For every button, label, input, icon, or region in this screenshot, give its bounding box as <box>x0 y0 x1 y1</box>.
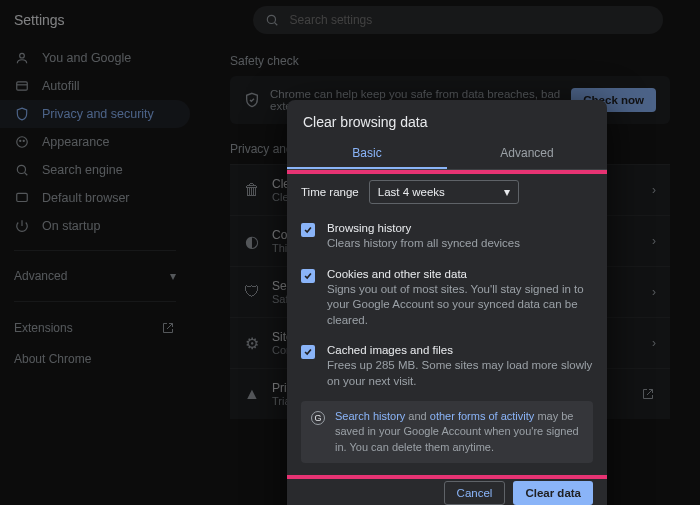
external-link-icon <box>160 320 176 336</box>
option-title: Cookies and other site data <box>327 268 593 280</box>
sidebar-item-appearance[interactable]: Appearance <box>0 128 190 156</box>
browser-icon <box>14 190 30 206</box>
chevron-down-icon: ▾ <box>170 269 176 283</box>
svg-line-1 <box>275 23 278 26</box>
search-history-link[interactable]: Search history <box>335 410 405 422</box>
option-desc: Frees up 285 MB. Some sites may load mor… <box>327 358 593 389</box>
other-activity-link[interactable]: other forms of activity <box>430 410 535 422</box>
shield-icon <box>14 106 30 122</box>
svg-line-9 <box>25 173 28 176</box>
sidebar-item-label: You and Google <box>42 51 131 65</box>
chevron-down-icon: ▾ <box>504 185 510 199</box>
sandbox-icon: ▲ <box>244 386 260 402</box>
sidebar-item-search-engine[interactable]: Search engine <box>0 156 190 184</box>
chevron-right-icon: › <box>652 234 656 248</box>
power-icon <box>14 218 30 234</box>
search-icon <box>265 12 280 28</box>
cookie-icon: ◐ <box>244 233 260 249</box>
sidebar-extensions[interactable]: Extensions <box>0 312 190 344</box>
dialog-title: Clear browsing data <box>287 100 607 138</box>
sidebar-item-you-and-google[interactable]: You and Google <box>0 44 190 72</box>
search-bar[interactable] <box>253 6 663 34</box>
sidebar-advanced[interactable]: Advanced▾ <box>0 261 190 291</box>
chevron-right-icon: › <box>652 336 656 350</box>
sidebar-item-label: Privacy and security <box>42 107 154 121</box>
sidebar-item-label: Appearance <box>42 135 109 149</box>
time-range-label: Time range <box>301 186 359 198</box>
time-range-select[interactable]: Last 4 weeks ▾ <box>369 180 519 204</box>
sidebar-item-label: Default browser <box>42 191 130 205</box>
trash-icon: 🗑 <box>244 182 260 198</box>
checkbox-browsing-history[interactable] <box>301 223 315 237</box>
time-range-value: Last 4 weeks <box>378 186 445 198</box>
svg-point-5 <box>17 137 28 148</box>
option-title: Cached images and files <box>327 344 593 356</box>
sidebar-item-label: Search engine <box>42 163 123 177</box>
safety-check-heading: Safety check <box>230 54 670 68</box>
clear-data-button[interactable]: Clear data <box>513 481 593 505</box>
option-title: Browsing history <box>327 222 520 234</box>
sidebar-item-label: Autofill <box>42 79 80 93</box>
page-title: Settings <box>14 12 65 28</box>
sidebar-item-autofill[interactable]: Autofill <box>0 72 190 100</box>
shield-check-icon <box>244 92 260 108</box>
option-desc: Clears history from all synced devices <box>327 236 520 252</box>
sidebar-item-label: On startup <box>42 219 100 233</box>
svg-rect-3 <box>17 82 28 90</box>
checkbox-cached[interactable] <box>301 345 315 359</box>
sidebar-about[interactable]: About Chrome <box>0 344 190 374</box>
checkbox-cookies[interactable] <box>301 269 315 283</box>
autofill-icon <box>14 78 30 94</box>
google-icon: G <box>311 411 325 425</box>
svg-rect-10 <box>17 193 28 201</box>
chevron-right-icon: › <box>652 183 656 197</box>
search-icon <box>14 162 30 178</box>
chevron-right-icon: › <box>652 285 656 299</box>
tune-icon: ⚙ <box>244 335 260 351</box>
person-icon <box>14 50 30 66</box>
appearance-icon <box>14 134 30 150</box>
svg-point-6 <box>20 140 21 141</box>
cancel-button[interactable]: Cancel <box>444 481 506 505</box>
shield-icon: 🛡 <box>244 284 260 300</box>
sidebar-item-privacy-security[interactable]: Privacy and security <box>0 100 190 128</box>
tab-advanced[interactable]: Advanced <box>447 138 607 169</box>
svg-point-2 <box>20 53 25 58</box>
sidebar-item-default-browser[interactable]: Default browser <box>0 184 190 212</box>
search-input[interactable] <box>290 13 651 27</box>
external-link-icon <box>640 386 656 402</box>
svg-point-8 <box>17 165 25 173</box>
google-activity-notice: G Search history and other forms of acti… <box>301 401 593 463</box>
svg-point-7 <box>23 140 24 141</box>
clear-browsing-data-dialog: Clear browsing data Basic Advanced Time … <box>287 100 607 505</box>
sidebar-item-on-startup[interactable]: On startup <box>0 212 190 240</box>
option-desc: Signs you out of most sites. You'll stay… <box>327 282 593 329</box>
tab-basic[interactable]: Basic <box>287 138 447 169</box>
svg-point-0 <box>267 15 275 23</box>
